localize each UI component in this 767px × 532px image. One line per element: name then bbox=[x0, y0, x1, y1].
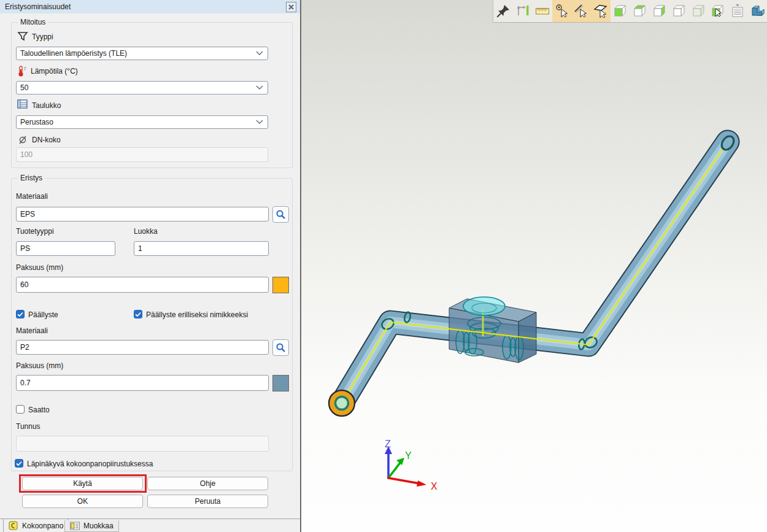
group-mitoitus-label: Mitoitus bbox=[18, 18, 48, 26]
paksuus2-field[interactable] bbox=[16, 375, 269, 391]
view-cube-side-icon[interactable] bbox=[650, 0, 669, 22]
coating-color-swatch[interactable] bbox=[272, 375, 289, 391]
close-icon bbox=[288, 4, 295, 10]
kayta-button[interactable]: Käytä bbox=[22, 477, 143, 490]
tunnus-label: Tunnus bbox=[16, 422, 40, 431]
pipe-centerline bbox=[342, 142, 728, 403]
paksuus-field[interactable] bbox=[16, 277, 269, 293]
ohje-button-label: Ohje bbox=[200, 479, 215, 488]
taulukko-select[interactable]: Perustaso bbox=[16, 115, 268, 129]
materiaali-search-button[interactable] bbox=[272, 206, 289, 223]
tab-kokoonpano[interactable]: Kokoonpano bbox=[3, 519, 69, 532]
materiaali2-label: Materiaali bbox=[16, 326, 48, 335]
pipe-run bbox=[342, 142, 728, 403]
lampotila-label: Lämpötila (°C) bbox=[31, 67, 78, 75]
group-eristys: Eristys bbox=[11, 178, 293, 471]
lampotila-select[interactable]: 50 bbox=[16, 81, 268, 94]
ok-button[interactable]: OK bbox=[22, 495, 143, 508]
close-button[interactable] bbox=[286, 2, 296, 12]
ruler-icon[interactable] bbox=[533, 0, 552, 22]
dialog-titlebar[interactable]: Eristysominaisuudet bbox=[0, 0, 300, 13]
ok-button-label: OK bbox=[77, 497, 88, 506]
application-window: Eristysominaisuudet Mitoitus Tyyppi Talo… bbox=[0, 0, 767, 532]
lampotila-value: 50 bbox=[20, 83, 28, 92]
axis-x-label: X bbox=[431, 481, 437, 492]
view-cube-wire-icon[interactable] bbox=[669, 0, 689, 22]
group-eristys-label: Eristys bbox=[18, 174, 45, 182]
pin-icon[interactable] bbox=[493, 0, 513, 22]
temperature-icon bbox=[17, 65, 29, 77]
diameter-icon bbox=[18, 134, 28, 144]
taulukko-value: Perustaso bbox=[20, 118, 53, 126]
view-cube-solid-icon[interactable] bbox=[689, 0, 709, 22]
tyyppi-label: Tyyppi bbox=[32, 33, 53, 41]
measure-icon[interactable] bbox=[513, 0, 533, 22]
peruuta-button[interactable]: Peruuta bbox=[147, 495, 268, 508]
tuotetyyppi-field[interactable] bbox=[16, 241, 115, 256]
materiaali2-search-button[interactable] bbox=[272, 339, 289, 356]
axis-z-label: Z bbox=[385, 439, 391, 449]
pipe-end-flange bbox=[329, 390, 355, 416]
ohje-button[interactable]: Ohje bbox=[147, 477, 268, 490]
saatto-label: Saatto bbox=[28, 406, 50, 414]
saatto-checkbox[interactable] bbox=[16, 405, 25, 414]
view-cube-top-icon[interactable] bbox=[630, 0, 650, 22]
paallyste-label: Päällyste bbox=[28, 310, 58, 319]
insulation-color-swatch[interactable] bbox=[272, 277, 289, 293]
snap-view-toolbar bbox=[493, 0, 767, 23]
chevron-down-icon bbox=[256, 120, 263, 125]
luokka-label: Luokka bbox=[134, 227, 158, 236]
tunnus-field bbox=[16, 436, 269, 452]
tyyppi-value: Taloudellinen lämpöeristys (TLE) bbox=[20, 49, 127, 58]
axis-y-label: Y bbox=[405, 450, 412, 461]
tab-muokkaa[interactable]: Muokkaa bbox=[64, 520, 119, 532]
dnkoko-field bbox=[16, 147, 268, 162]
paallyste-erilliseksi-label: Päällyste erilliseksi nimikkeeksi bbox=[146, 310, 248, 319]
tab-kokoonpano-label: Kokoonpano bbox=[22, 522, 63, 530]
lapinakyva-label: Läpinäkyvä kokoonpanopiirustuksessa bbox=[27, 460, 153, 468]
view-cube-pick-icon[interactable] bbox=[708, 0, 728, 22]
materiaali-field[interactable] bbox=[16, 207, 269, 222]
dialog-title: Eristysominaisuudet bbox=[5, 2, 71, 11]
luokka-field[interactable] bbox=[134, 241, 269, 256]
dnkoko-label: DN-koko bbox=[32, 136, 61, 144]
view-cube-front-icon[interactable] bbox=[611, 0, 630, 22]
chevron-down-icon bbox=[256, 85, 263, 90]
insulation-properties-dialog: Eristysominaisuudet Mitoitus Tyyppi Talo… bbox=[0, 0, 300, 532]
paallyste-erilliseksi-checkbox[interactable] bbox=[134, 310, 142, 318]
taulukko-label: Taulukko bbox=[32, 101, 61, 110]
tuotetyyppi-label: Tuotetyyppi bbox=[16, 227, 54, 236]
muokkaa-tab-icon bbox=[70, 522, 80, 530]
snap-line-icon[interactable] bbox=[571, 0, 591, 22]
materiaali-label: Materiaali bbox=[16, 192, 48, 201]
paallyste-checkbox[interactable] bbox=[16, 310, 25, 318]
snap-point-icon[interactable] bbox=[552, 0, 572, 22]
check-icon bbox=[16, 461, 22, 466]
tyyppi-select[interactable]: Taloudellinen lämpöeristys (TLE) bbox=[16, 47, 268, 60]
group-mitoitus: Mitoitus bbox=[11, 22, 293, 168]
table-icon bbox=[17, 99, 28, 109]
snap-plane-icon[interactable] bbox=[591, 0, 611, 22]
paksuus-label: Paksuus (mm) bbox=[16, 263, 63, 272]
chevron-down-icon bbox=[256, 51, 263, 56]
check-icon bbox=[17, 312, 23, 317]
search-icon bbox=[276, 209, 286, 220]
paksuus2-label: Paksuus (mm) bbox=[16, 361, 63, 370]
pipe-model-canvas: Z Y X bbox=[301, 0, 767, 532]
filter-icon bbox=[17, 31, 28, 42]
viewport-3d[interactable]: Z Y X bbox=[301, 0, 767, 532]
notes-pin-icon[interactable] bbox=[728, 0, 747, 22]
axes-labels: Z Y X bbox=[385, 439, 437, 492]
materiaali2-field[interactable] bbox=[16, 340, 269, 355]
lapinakyva-checkbox[interactable] bbox=[15, 459, 23, 468]
kayta-button-label: Käytä bbox=[73, 479, 92, 488]
peruuta-button-label: Peruuta bbox=[195, 497, 220, 506]
tab-muokkaa-label: Muokkaa bbox=[83, 522, 114, 530]
profile-icon[interactable] bbox=[747, 0, 767, 22]
search-icon bbox=[276, 342, 286, 353]
check-icon bbox=[135, 312, 141, 317]
kokoonpano-tab-icon bbox=[9, 521, 18, 530]
